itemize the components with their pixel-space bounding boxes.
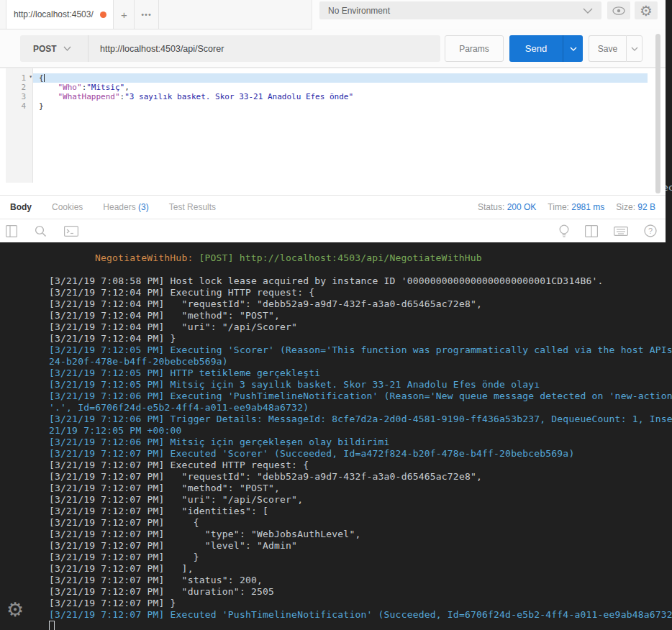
response-tab-headers[interactable]: Headers (3) (103, 202, 148, 212)
time-label: Time: (548, 202, 569, 212)
terminal-line: [3/21/19 7:12:04 PM] "method": "POST", (0, 310, 672, 321)
lightbulb-icon (559, 224, 569, 238)
svg-text:?: ? (648, 227, 653, 235)
terminal-line: [3/21/19 7:12:07 PM] "duration": 2505 (0, 586, 672, 598)
gear-icon[interactable]: ⚙ (6, 601, 24, 620)
help-button[interactable]: ? (644, 224, 657, 237)
bootcamp-button[interactable] (559, 224, 569, 238)
request-builder: POST http://localhost:4503/api/Scorer Pa… (0, 29, 666, 68)
size-value[interactable]: 92 B (637, 202, 655, 212)
response-tabs: BodyCookiesHeaders (3)Test Results (0, 202, 216, 212)
sidebar-toggle-button[interactable] (6, 225, 17, 237)
response-meta: Status: 200 OK Time: 2981 ms Size: 92 B (478, 202, 666, 212)
headers-count-badge: (3) (136, 202, 149, 212)
function-name: NegotiateWithHub: (95, 252, 193, 263)
terminal-line: [3/21/19 7:12:07 PM] Executed HTTP reque… (0, 460, 672, 471)
request-tab[interactable]: http://localhost:4503/ (6, 0, 114, 29)
terminal-line: [3/21/19 7:12:07 PM] { (0, 517, 672, 529)
new-tab-button[interactable]: + (114, 0, 135, 29)
terminal-line: '.', Id=6706f24d-e5b2-4ff4-a011-ee9ab48a… (0, 402, 672, 414)
params-button[interactable]: Params (445, 35, 504, 62)
terminal-line: [3/21/19 7:12:07 PM] "uri": "/api/Scorer… (0, 494, 672, 506)
send-button-group: Send (509, 35, 583, 62)
terminal-line: [3/21/19 7:12:07 PM] Executed 'Scorer' (… (0, 448, 672, 460)
terminal-log: [3/21/19 7:08:58 PM] Host lock lease acq… (0, 275, 672, 630)
environment-zone: No Environment ⚙ (312, 0, 666, 29)
terminal-line: [3/21/19 7:12:07 PM] "type": "WebJobsAut… (0, 529, 672, 540)
chevron-down-icon (631, 47, 638, 51)
status-value[interactable]: 200 OK (507, 202, 537, 212)
terminal-line: [3/21/19 7:12:07 PM] ], (0, 563, 672, 575)
chevron-down-icon (570, 47, 577, 51)
chevron-down-icon (583, 8, 593, 14)
search-icon (35, 225, 47, 237)
terminal-line: [3/21/19 7:12:06 PM] Trigger Details: Me… (0, 414, 672, 425)
method-url-bar: POST http://localhost:4503/api/Scorer (20, 35, 440, 62)
terminal-line: 21/19 7:12:05 PM +00:00 (0, 425, 672, 437)
size-label: Size: (616, 202, 635, 212)
terminal-line: [3/21/19 7:12:04 PM] } (0, 333, 672, 344)
layout-columns-icon (6, 225, 17, 237)
editor-line-text: } (33, 101, 648, 111)
editor-line-text: { (33, 73, 648, 83)
console-icon (64, 226, 78, 237)
response-tab-test-results[interactable]: Test Results (169, 202, 216, 212)
terminal-line: [3/21/19 7:12:07 PM] "identities": [ (0, 506, 672, 517)
save-options-button[interactable] (626, 35, 643, 62)
save-button[interactable]: Save (589, 35, 626, 62)
environment-select[interactable]: No Environment (319, 1, 601, 19)
footer-toolbar-right: ? (543, 224, 666, 238)
shortcuts-button[interactable] (614, 227, 628, 236)
editor-lines: 1▾{2 "Who":"Mitsiç",3 "WhatHappend":"3 s… (6, 73, 648, 111)
line-number: 1▾ (6, 73, 33, 83)
fold-arrow-icon[interactable]: ▾ (29, 73, 32, 80)
editor-line: 4} (6, 101, 648, 111)
line-number: 4 (6, 101, 33, 111)
terminal-line: [3/21/19 7:12:07 PM] "status": 200, (0, 575, 672, 586)
scrollbar-thumb[interactable] (655, 34, 660, 193)
response-meta-bar: BodyCookiesHeaders (3)Test Results Statu… (0, 195, 666, 219)
environment-selected-label: No Environment (328, 6, 583, 16)
editor-line: 2 "Who":"Mitsiç", (6, 83, 648, 92)
tab-options-button[interactable]: ••• (135, 0, 159, 29)
time-value[interactable]: 2981 ms (571, 202, 604, 212)
terminal[interactable]: NegotiateWithHub: [POST] http://localhos… (0, 242, 672, 630)
postman-window: http://localhost:4503/ + ••• No Environm… (0, 0, 666, 242)
send-button[interactable]: Send (509, 35, 563, 62)
terminal-line: [3/21/19 7:12:07 PM] "requestId": "debb5… (0, 471, 672, 483)
terminal-line: [3/21/19 7:12:06 PM] Executing 'PushTime… (0, 391, 672, 402)
terminal-function-route: NegotiateWithHub: [POST] http://localhos… (95, 252, 482, 263)
terminal-line: [3/21/19 7:12:06 PM] Mitsiç için gerçekl… (0, 437, 672, 448)
terminal-line: [3/21/19 7:12:04 PM] "uri": "/api/Scorer… (0, 321, 672, 333)
terminal-line: [3/21/19 7:12:07 PM] } (0, 552, 672, 563)
send-options-button[interactable] (563, 35, 583, 62)
terminal-line: [3/21/19 7:12:07 PM] "level": "Admin" (0, 540, 672, 552)
save-button-group: Save (589, 35, 643, 62)
terminal-line: [3/21/19 7:12:04 PM] Executing HTTP requ… (0, 287, 672, 298)
console-button[interactable] (64, 226, 78, 237)
editor-line-text: "Who":"Mitsiç", (33, 83, 648, 92)
url-input[interactable]: http://localhost:4503/api/Scorer (88, 35, 440, 62)
terminal-cursor-line (0, 621, 672, 630)
terminal-cursor (49, 621, 55, 630)
gear-icon: ⚙ (640, 4, 653, 18)
request-body-editor[interactable]: 1▾{2 "Who":"Mitsiç",3 "WhatHappend":"3 s… (0, 68, 666, 183)
environment-quicklook-button[interactable] (607, 1, 630, 19)
response-tab-cookies[interactable]: Cookies (52, 202, 83, 212)
line-number: 2 (6, 83, 33, 92)
terminal-line: [3/21/19 7:12:04 PM] "requestId": "debb5… (0, 298, 672, 310)
settings-gear-button[interactable]: ⚙ (635, 1, 658, 19)
terminal-line: [3/21/19 7:12:05 PM] HTTP tetikleme gerç… (0, 368, 672, 379)
editor-line: 1▾{ (6, 73, 648, 83)
request-tab-title: http://localhost:4503/ (14, 9, 94, 19)
terminal-line: [3/21/19 7:08:58 PM] Host lock lease acq… (0, 275, 672, 287)
method-label: POST (33, 44, 57, 54)
function-route: [POST] http://localhost:4503/api/Negotia… (193, 252, 481, 263)
two-pane-view-button[interactable] (585, 225, 598, 237)
response-tab-body[interactable]: Body (10, 202, 32, 212)
screen: ec http://localhost:4503/ + ••• No Envir… (0, 0, 672, 630)
search-button[interactable] (35, 225, 47, 237)
eye-icon (612, 6, 625, 15)
method-select[interactable]: POST (20, 35, 88, 62)
footer-toolbar: ? (0, 219, 666, 242)
